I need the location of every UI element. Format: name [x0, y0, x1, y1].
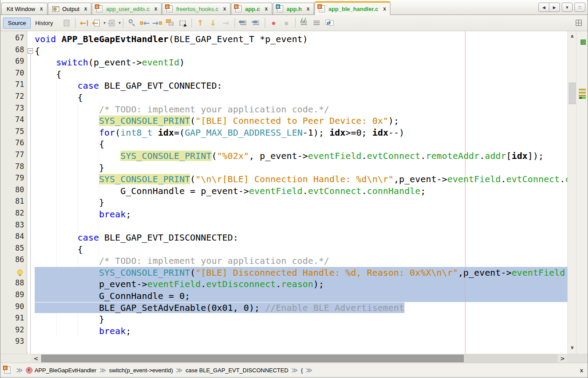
code-fold-margin[interactable]: − — [27, 31, 35, 354]
toggle-bookmark-icon[interactable]: → — [220, 17, 232, 29]
scroll-right-icon[interactable]: > — [558, 354, 567, 363]
horizontal-scrollbar[interactable]: < > — [0, 354, 588, 363]
back-dropdown-icon[interactable]: ▾ — [104, 21, 106, 25]
find-next-icon[interactable]: → — [152, 17, 163, 29]
line-number-86[interactable]: 86 — [0, 255, 27, 267]
line-number-79[interactable]: 79 — [0, 173, 27, 185]
code-line-79: SYS_CONSOLE_PRINT("\n\r[BLE] Connection … — [35, 173, 567, 185]
line-number-70[interactable]: 70 — [0, 68, 27, 80]
source-view-button[interactable]: Source — [3, 18, 31, 29]
line-number-85[interactable]: 85 — [0, 244, 27, 256]
last-edit-position-icon[interactable]: ← — [78, 17, 90, 29]
breadcrumb-item[interactable]: FAPP_BleGapEvtHandler — [26, 367, 97, 374]
history-view-button[interactable]: History — [31, 18, 57, 28]
horizontal-scrollbar-thumb[interactable] — [41, 355, 464, 362]
shift-right-icon[interactable]: → — [250, 17, 262, 29]
stop-macro-recording-icon[interactable]: ■ — [281, 17, 292, 29]
line-number-88[interactable]: 88 — [0, 278, 27, 290]
tab-close-icon[interactable]: x — [84, 6, 87, 12]
tab-close-icon[interactable]: x — [223, 6, 226, 12]
tab-app-c[interactable]: Capp.cx — [231, 3, 272, 14]
line-number-90[interactable]: 90 — [0, 302, 27, 314]
breadcrumb-item[interactable]: case BLE_GAP_EVT_DISCONNECTED — [186, 367, 289, 374]
line-number-72[interactable]: 72 — [0, 92, 27, 104]
toggle-header-source-icon[interactable]: ⇄ — [324, 17, 335, 29]
line-number-81[interactable]: 81 — [0, 197, 27, 209]
line-number-71[interactable]: 71 — [0, 80, 27, 92]
code-area[interactable]: void APP_BleGapEvtHandler(BLE_GAP_Event_… — [35, 31, 567, 354]
line-number-75[interactable]: 75 — [0, 127, 27, 139]
format-icon[interactable] — [61, 17, 72, 29]
find-previous-icon[interactable]: ← — [139, 17, 151, 29]
previous-bookmark-icon[interactable]: ↑ — [195, 17, 206, 29]
uncomment-icon[interactable] — [311, 17, 323, 29]
scroll-tabs-right-button[interactable]: ▶ — [549, 3, 560, 12]
line-number-93[interactable]: 93 — [0, 337, 27, 349]
line-number-78[interactable]: 78 — [0, 162, 27, 174]
line-number-67[interactable]: 67 — [0, 33, 27, 45]
line-number-74[interactable]: 74 — [0, 115, 27, 127]
tab-output[interactable]: Outputx — [48, 3, 92, 14]
line-number-69[interactable]: 69 — [0, 57, 27, 68]
code-line-content: for(int8_t idx=(GAP_MAX_BD_ADDRESS_LEN-1… — [35, 127, 404, 138]
code-line-91: } — [35, 313, 567, 325]
tab-close-icon[interactable]: x — [265, 6, 268, 12]
tab-close-icon[interactable]: x — [154, 6, 157, 12]
line-number-73[interactable]: 73 — [0, 104, 27, 115]
breadcrumb-item[interactable]: C — [4, 367, 13, 374]
vertical-scrollbar[interactable]: ∧ ∨ — [567, 31, 576, 354]
scroll-tabs-left-button[interactable]: ◀ — [538, 3, 549, 12]
line-number-92[interactable]: 92 — [0, 325, 27, 337]
scroll-left-icon[interactable]: < — [31, 354, 41, 363]
token: } — [99, 162, 104, 173]
scroll-down-icon[interactable]: ∨ — [568, 345, 577, 350]
code-line-88: p_event->eventField.evtDisconnect.reason… — [35, 278, 567, 290]
comment-icon[interactable]: // — [298, 17, 310, 29]
tab-kit-window[interactable]: Kit Windowx — [1, 3, 47, 14]
rectangular-selection-icon[interactable] — [177, 17, 189, 29]
line-number-80[interactable]: 80 — [0, 185, 27, 197]
line-number-84[interactable]: 84 — [0, 232, 27, 244]
tabs-container: Kit WindowxOutputxCapp_user_edits.cxCfre… — [1, 1, 391, 14]
tab-app-user-edits-c[interactable]: Capp_user_edits.cx — [92, 3, 162, 14]
next-bookmark-icon[interactable]: ↓ — [207, 17, 219, 29]
shift-left-icon[interactable]: ← — [238, 17, 249, 29]
start-macro-recording-icon[interactable]: ● — [268, 17, 280, 29]
horizontal-scrollbar-track[interactable] — [41, 354, 558, 363]
error-stripe[interactable] — [576, 31, 588, 354]
fold-row — [27, 138, 35, 150]
tab-freertos-hooks-c[interactable]: Cfreertos_hooks.cx — [162, 3, 231, 14]
token: ( — [115, 127, 120, 138]
breadcrumb-close-icon[interactable]: x — [580, 367, 583, 374]
forward-dropdown-icon[interactable]: ▾ — [119, 21, 121, 25]
opened-documents-button[interactable]: ▼ — [562, 3, 573, 12]
line-number-77[interactable]: 77 — [0, 150, 27, 162]
tab-app-ble-handler-c[interactable]: Capp_ble_handler.cx — [314, 1, 390, 15]
line-number-76[interactable]: 76 — [0, 138, 27, 150]
line-number-gutter[interactable]: 6768697071727374757677787980818283848586… — [0, 31, 27, 354]
line-number-91[interactable]: 91 — [0, 313, 27, 325]
tab-close-icon[interactable]: x — [40, 6, 43, 12]
maximize-window-button[interactable]: □ — [574, 3, 585, 12]
line-number-68[interactable]: 68 — [0, 45, 27, 57]
scroll-up-icon[interactable]: ∧ — [568, 33, 577, 39]
code-line-78: } — [35, 162, 567, 174]
back-icon[interactable]: ← — [91, 17, 103, 29]
toggle-highlight-icon[interactable] — [164, 17, 176, 29]
tab-close-icon[interactable]: x — [383, 6, 386, 12]
hint-bulb-icon[interactable] — [0, 267, 27, 279]
fold-row — [27, 302, 35, 314]
fold-collapse-icon[interactable]: − — [28, 48, 33, 54]
indent — [35, 256, 99, 266]
breadcrumb-item[interactable]: { — [301, 367, 303, 374]
line-number-82[interactable]: 82 — [0, 209, 27, 220]
split-document-icon[interactable] — [573, 17, 584, 29]
line-number-89[interactable]: 89 — [0, 290, 27, 302]
breadcrumb-item[interactable]: switch(p_event->eventId) — [109, 367, 173, 374]
line-number-83[interactable]: 83 — [0, 220, 27, 232]
tab-close-icon[interactable]: x — [307, 6, 310, 12]
find-selection-icon[interactable] — [126, 17, 138, 29]
forward-icon[interactable]: → — [106, 17, 118, 29]
vertical-scrollbar-thumb[interactable] — [569, 83, 576, 104]
tab-app-h[interactable]: Happ.hx — [273, 3, 314, 14]
